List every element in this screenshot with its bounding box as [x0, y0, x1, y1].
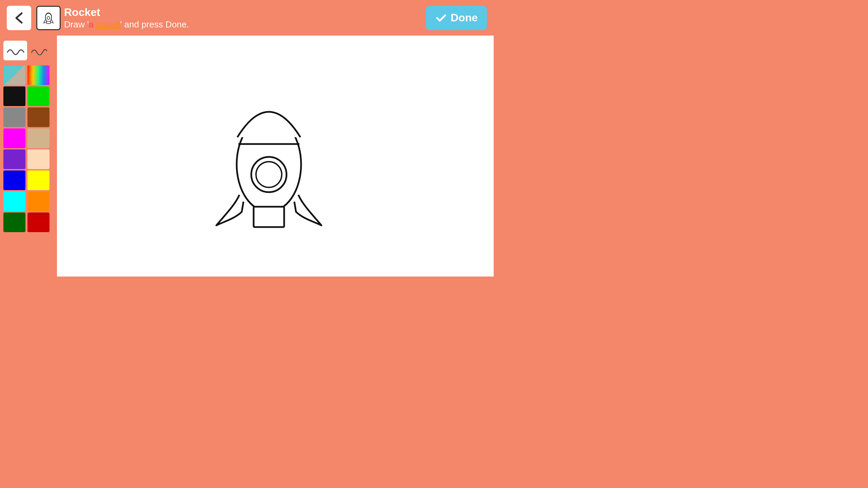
color-swatch-rainbow[interactable]: [27, 65, 50, 85]
brush-wavy-button[interactable]: [3, 41, 27, 60]
color-swatch-peach[interactable]: [27, 149, 50, 169]
color-swatch-orange[interactable]: [27, 191, 50, 211]
title-area: Rocket Draw 'a rocket' and press Done.: [36, 6, 421, 30]
color-swatch-dark-green[interactable]: [3, 212, 25, 232]
svg-point-1: [47, 16, 50, 19]
color-swatch-gray[interactable]: [3, 107, 25, 127]
color-palette: [3, 65, 54, 232]
color-swatch-tan[interactable]: [27, 128, 50, 148]
back-button[interactable]: [7, 6, 31, 30]
brush-tools: [3, 41, 54, 60]
canvas-area[interactable]: [57, 36, 494, 277]
color-row-7: [3, 191, 54, 211]
color-row-8: [3, 212, 54, 232]
brush-sketch-button[interactable]: [29, 43, 49, 58]
color-swatch-magenta[interactable]: [3, 128, 25, 148]
svg-rect-2: [46, 21, 51, 24]
color-swatch-cyan-gray[interactable]: [3, 65, 25, 85]
color-swatch-blue[interactable]: [3, 170, 25, 190]
color-row-6: [3, 170, 54, 190]
color-row-1: [3, 65, 54, 85]
rocket-icon-box: [36, 6, 61, 30]
color-swatch-black[interactable]: [3, 86, 25, 106]
color-swatch-green-bright[interactable]: [27, 86, 50, 106]
header: Rocket Draw 'a rocket' and press Done. D…: [0, 0, 494, 36]
color-swatch-cyan[interactable]: [3, 191, 25, 211]
drawing-canvas[interactable]: [57, 36, 494, 277]
color-row-3: [3, 107, 54, 127]
page-title: Rocket: [64, 6, 189, 19]
sidebar: [0, 36, 57, 277]
color-row-5: [3, 149, 54, 169]
svg-point-6: [256, 162, 282, 187]
color-swatch-red[interactable]: [27, 212, 50, 232]
color-swatch-purple[interactable]: [3, 149, 25, 169]
color-row-4: [3, 128, 54, 148]
color-swatch-yellow[interactable]: [27, 170, 50, 190]
done-label: Done: [451, 12, 478, 24]
color-row-2: [3, 86, 54, 106]
done-button[interactable]: Done: [426, 6, 487, 30]
svg-rect-7: [254, 207, 284, 227]
color-swatch-brown[interactable]: [27, 107, 50, 127]
title-text-area: Rocket Draw 'a rocket' and press Done.: [64, 6, 189, 30]
instruction-text: Draw 'a rocket' and press Done.: [64, 19, 189, 30]
